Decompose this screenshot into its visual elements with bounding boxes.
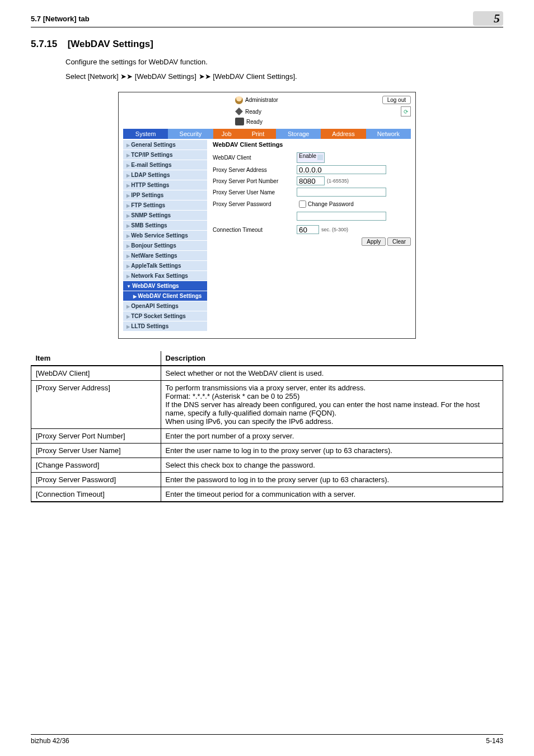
sidebar-item[interactable]: AppleTalk Settings	[123, 261, 207, 271]
input-proxy-port[interactable]	[297, 176, 325, 185]
tab-print[interactable]: Print	[240, 129, 276, 139]
sidebar-item[interactable]: LLTD Settings	[123, 321, 207, 332]
intro-line-2: Select [Network] ➤➤ [WebDAV Settings] ➤➤…	[65, 71, 503, 82]
table-cell-item: [Change Password]	[31, 458, 161, 473]
sidebar-item[interactable]: TCP Socket Settings	[123, 311, 207, 321]
settings-form: WebDAV Client Settings WebDAV Client Ena…	[207, 140, 411, 332]
label-proxy-user: Proxy Server User Name	[213, 189, 297, 195]
col-item: Item	[31, 351, 161, 366]
checkbox-change-password[interactable]	[299, 200, 306, 208]
sidebar-item[interactable]: IPP Settings	[123, 190, 207, 200]
chapter-badge: 5	[473, 11, 503, 26]
tab-network[interactable]: Network	[366, 129, 411, 139]
input-proxy-address[interactable]	[297, 165, 386, 174]
screenshot-panel: Administrator Log out Ready ⟳ Ready Syst…	[118, 92, 416, 339]
description-table: Item Description [WebDAV Client]Select w…	[31, 351, 503, 502]
refresh-button[interactable]: ⟳	[401, 106, 411, 116]
admin-label: Administrator	[245, 97, 278, 103]
intro-line-1: Configure the settings for WebDAV functi…	[65, 57, 503, 68]
tab-address[interactable]: Address	[321, 129, 366, 139]
input-proxy-password[interactable]	[297, 212, 386, 221]
section-intro: Configure the settings for WebDAV functi…	[65, 57, 503, 82]
hint-proxy-port: (1-65535)	[327, 178, 349, 184]
table-cell-item: [Proxy Server User Name]	[31, 444, 161, 458]
sidebar-item[interactable]: WebDAV Client Settings	[123, 291, 207, 301]
logout-button[interactable]: Log out	[382, 96, 411, 104]
table-cell-item: [Proxy Server Address]	[31, 381, 161, 429]
apply-button[interactable]: Apply	[362, 237, 386, 246]
hint-timeout: sec. (5-300)	[321, 227, 348, 232]
status-ready-2: Ready	[246, 119, 263, 125]
table-cell-description: Enter the password to log in to the prox…	[161, 473, 503, 487]
clear-button[interactable]: Clear	[387, 237, 411, 246]
table-cell-item: [Proxy Server Port Number]	[31, 429, 161, 444]
sidebar-item[interactable]: NetWare Settings	[123, 251, 207, 261]
sidebar-item[interactable]: SNMP Settings	[123, 211, 207, 221]
col-description: Description	[161, 351, 503, 366]
sidebar-item[interactable]: Network Fax Settings	[123, 271, 207, 281]
tab-storage[interactable]: Storage	[276, 129, 321, 139]
label-webdav-client: WebDAV Client	[213, 155, 297, 161]
breadcrumb: 5.7 [Network] tab	[31, 15, 90, 23]
table-cell-item: [WebDAV Client]	[31, 366, 161, 381]
sidebar-item[interactable]: LDAP Settings	[123, 170, 207, 180]
label-timeout: Connection Timeout	[213, 227, 297, 233]
tab-system[interactable]: System	[123, 129, 168, 139]
footer-model: bizhub 42/36	[31, 737, 69, 745]
input-proxy-user[interactable]	[297, 188, 386, 197]
label-proxy-address: Proxy Server Address	[213, 167, 297, 173]
section-number: 5.7.15	[31, 39, 65, 50]
sidebar-item[interactable]: Bonjour Settings	[123, 241, 207, 251]
table-cell-description: To perform transmissions via a proxy ser…	[161, 381, 503, 429]
table-cell-description: Select this check box to change the pass…	[161, 458, 503, 473]
section-heading: 5.7.15 [WebDAV Settings]	[31, 39, 503, 50]
table-cell-description: Select whether or not the WebDAV client …	[161, 366, 503, 381]
table-cell-description: Enter the timeout period for a communica…	[161, 487, 503, 502]
label-proxy-password: Proxy Server Password	[213, 201, 297, 207]
section-title: [WebDAV Settings]	[68, 39, 153, 49]
sidebar-item[interactable]: OpenAPI Settings	[123, 301, 207, 311]
table-cell-description: Enter the user name to log in to the pro…	[161, 444, 503, 458]
table-cell-item: [Proxy Server Password]	[31, 473, 161, 487]
page-header: 5.7 [Network] tab 5	[31, 11, 503, 27]
sidebar-item[interactable]: SMB Settings	[123, 221, 207, 231]
sidebar-item[interactable]: FTP Settings	[123, 200, 207, 211]
table-cell-description: Enter the port number of a proxy server.	[161, 429, 503, 444]
tab-job[interactable]: Job	[213, 129, 240, 139]
status-icon	[235, 108, 243, 115]
page-footer: bizhub 42/36 5-143	[31, 734, 503, 745]
table-cell-item: [Connection Timeout]	[31, 487, 161, 502]
sidebar-item[interactable]: WebDAV Settings	[123, 281, 207, 291]
input-timeout[interactable]	[297, 225, 319, 234]
footer-page: 5-143	[486, 737, 503, 745]
printer-icon	[235, 118, 244, 125]
select-webdav-client[interactable]: Enable	[297, 152, 325, 163]
tab-security[interactable]: Security	[168, 129, 213, 139]
sidebar-item[interactable]: E-mail Settings	[123, 160, 207, 170]
label-change-password: Change Password	[308, 201, 354, 207]
form-title: WebDAV Client Settings	[213, 140, 411, 152]
sidebar-item[interactable]: General Settings	[123, 140, 207, 150]
status-ready-1: Ready	[245, 109, 261, 115]
label-proxy-port: Proxy Server Port Number	[213, 178, 297, 184]
sidebar-item[interactable]: HTTP Settings	[123, 180, 207, 190]
sidebar: General SettingsTCP/IP SettingsE-mail Se…	[123, 140, 207, 332]
sidebar-item[interactable]: TCP/IP Settings	[123, 150, 207, 160]
tab-bar: System Security Job Print Storage Addres…	[123, 129, 411, 139]
sidebar-item[interactable]: Web Service Settings	[123, 231, 207, 241]
user-icon	[235, 96, 243, 104]
